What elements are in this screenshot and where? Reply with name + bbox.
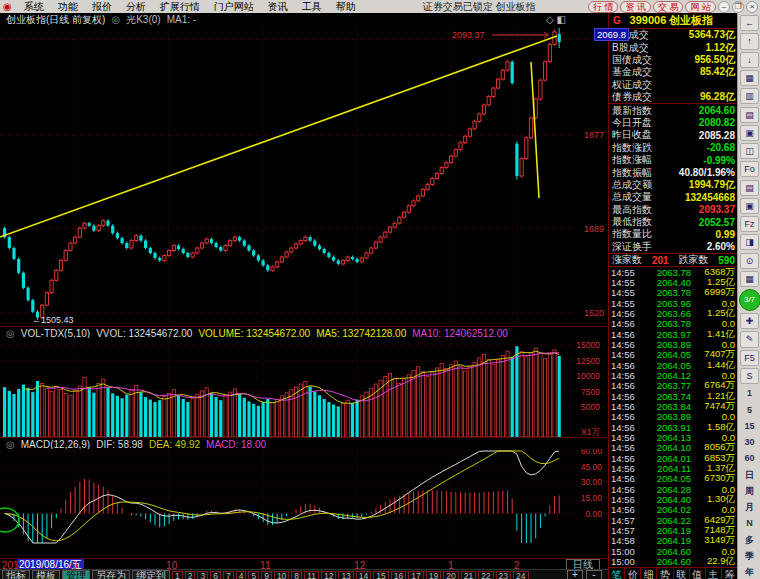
bar-chart-icon[interactable]: ▥	[740, 88, 759, 104]
period-1[interactable]: 1	[741, 386, 758, 400]
vol-vvol: VVOL: 132454672.00	[96, 328, 192, 339]
binding-slot-22[interactable]: 22	[478, 571, 493, 579]
binding-slot-21[interactable]: 21	[461, 571, 476, 579]
save-icon[interactable]: ▤	[740, 180, 759, 196]
vol-ma5: MA5: 132742128.00	[316, 328, 406, 339]
close-button[interactable]: ×	[746, 1, 758, 13]
menu-item-分析[interactable]: 分析	[126, 0, 146, 14]
zoom-in-button[interactable]: +	[567, 570, 583, 579]
tick-list[interactable]: 14:552063.786368万14:552064.401.25亿14:552…	[609, 267, 738, 567]
toolbar-button-绑定到[interactable]: 绑定到	[132, 570, 170, 579]
binding-slot-6[interactable]: 6	[210, 571, 221, 579]
binding-slot-15[interactable]: 15	[373, 571, 388, 579]
line-chart-icon[interactable]: ▤	[740, 107, 759, 123]
down-arrow-icon[interactable]: ↓	[740, 52, 759, 68]
period-日[interactable]: 日	[741, 468, 758, 482]
menu-item-功能[interactable]: 功能	[58, 0, 78, 14]
floating-badge[interactable]: 3/7	[739, 289, 760, 311]
fiz-icon[interactable]: Fz	[740, 216, 759, 232]
period-N[interactable]: N	[741, 516, 758, 530]
toolbar-button-模板[interactable]: 模板	[32, 570, 60, 579]
quote-tab-势[interactable]: 势	[657, 568, 673, 579]
quote-tab-细[interactable]: 细	[641, 568, 657, 579]
binding-slot-8[interactable]: 8	[291, 571, 302, 579]
quick-button[interactable]: 行 情	[588, 1, 619, 13]
binding-slot-20[interactable]: 20	[443, 571, 458, 579]
binding-slot-13[interactable]: 13	[338, 571, 353, 579]
quote-value: -20.68	[707, 142, 735, 153]
menu-item-资讯[interactable]: 资讯	[268, 0, 288, 14]
f5-icon[interactable]: F5	[740, 350, 759, 366]
binding-slot-5[interactable]: 5	[248, 571, 259, 579]
binding-slot-4[interactable]: 4	[236, 571, 247, 579]
binding-slot-2[interactable]: 2	[185, 571, 196, 579]
film-icon[interactable]: ◨	[740, 234, 759, 250]
quote-value: 1994.79亿	[689, 178, 735, 192]
period-季[interactable]: 季	[741, 549, 758, 563]
period-年[interactable]: 年	[741, 565, 758, 579]
move-icon[interactable]: ✚	[740, 313, 759, 329]
period-15[interactable]: 15	[741, 419, 758, 433]
quote-tab-主[interactable]: 主	[706, 568, 722, 579]
svg-text:1877: 1877	[584, 130, 604, 140]
quick-button[interactable]: 交 易	[653, 1, 684, 13]
binding-slot-19[interactable]: 19	[426, 571, 441, 579]
macd-pane[interactable]: 60.0045.0030.0015.000.00	[0, 449, 608, 545]
binding-slot-1[interactable]: 1	[172, 571, 183, 579]
clock-icon[interactable]: ⊙	[740, 253, 759, 269]
menu-item-报价[interactable]: 报价	[92, 0, 112, 14]
period-周[interactable]: 周	[741, 484, 758, 498]
quote-value: 0.99	[716, 229, 735, 240]
quote-tab-价[interactable]: 价	[625, 568, 641, 579]
binding-slot-10[interactable]: 10	[274, 571, 289, 579]
period-5[interactable]: 5	[741, 403, 758, 417]
menu-item-系统[interactable]: 系统	[24, 0, 44, 14]
chart-mini-icons[interactable]: ◇ ◧	[546, 14, 566, 25]
quote-row: 最新指数2064.60	[609, 104, 738, 116]
zoom-out-button[interactable]: -	[586, 570, 602, 579]
back-arrow-icon[interactable]: ←	[740, 15, 759, 31]
menu-item-门户网站[interactable]: 门户网站	[214, 0, 254, 14]
binding-slot-9[interactable]: 9	[261, 571, 272, 579]
binding-slot-24[interactable]: 24	[513, 571, 528, 579]
pencil-icon[interactable]: ✎	[740, 331, 759, 347]
minimize-button[interactable]: –	[718, 1, 730, 13]
binding-slot-3[interactable]: 3	[197, 571, 208, 579]
copy-icon[interactable]: ◫	[740, 143, 759, 159]
menu-item-工具[interactable]: 工具	[302, 0, 322, 14]
quick-button[interactable]: 网 站	[685, 1, 716, 13]
up-arrow-icon[interactable]: ↑	[740, 33, 759, 49]
period-月[interactable]: 月	[741, 500, 758, 514]
s-icon[interactable]: S	[740, 368, 759, 384]
grid-view-icon[interactable]: ▦	[740, 70, 759, 86]
quote-header[interactable]: G 399006 创业板指	[609, 13, 738, 29]
main-candle-pane[interactable]: 1877168915202093.37←1505.43	[0, 26, 608, 326]
toolbar-button-管理[interactable]: 管理	[62, 570, 90, 579]
toolbar-button-指标[interactable]: 指标	[2, 570, 30, 579]
period-60[interactable]: 60	[741, 451, 758, 465]
restore-button[interactable]: ❐	[732, 1, 744, 13]
toolbar-button-另存为[interactable]: 另存为	[92, 570, 130, 579]
candle-chart-icon[interactable]: ▣	[740, 125, 759, 141]
dots-icon[interactable]: ▦	[740, 271, 759, 287]
binding-slot-14[interactable]: 14	[356, 571, 371, 579]
market-flag: G	[613, 15, 621, 26]
binding-slot-12[interactable]: 12	[321, 571, 336, 579]
binding-slot-11[interactable]: 11	[304, 571, 319, 579]
quote-tab-筹[interactable]: 筹	[722, 568, 738, 579]
volume-pane[interactable]: 15000125001000075005000X1万	[0, 338, 608, 437]
period-多[interactable]: 多	[741, 533, 758, 547]
period-30[interactable]: 30	[741, 435, 758, 449]
quote-tab-联[interactable]: 联	[674, 568, 690, 579]
binding-slot-17[interactable]: 17	[408, 571, 423, 579]
quote-tab-值[interactable]: 值	[690, 568, 706, 579]
binding-slot-7[interactable]: 7	[223, 571, 234, 579]
menu-item-帮助[interactable]: 帮助	[336, 0, 356, 14]
quote-tab-笔[interactable]: 笔	[609, 568, 625, 579]
menu-item-扩展行情[interactable]: 扩展行情	[160, 0, 200, 14]
calc-icon[interactable]: ▣	[740, 198, 759, 214]
binding-slot-23[interactable]: 23	[496, 571, 511, 579]
fo-icon[interactable]: Fo	[740, 161, 759, 177]
binding-slot-16[interactable]: 16	[391, 571, 406, 579]
quick-button[interactable]: 资 讯	[620, 1, 651, 13]
